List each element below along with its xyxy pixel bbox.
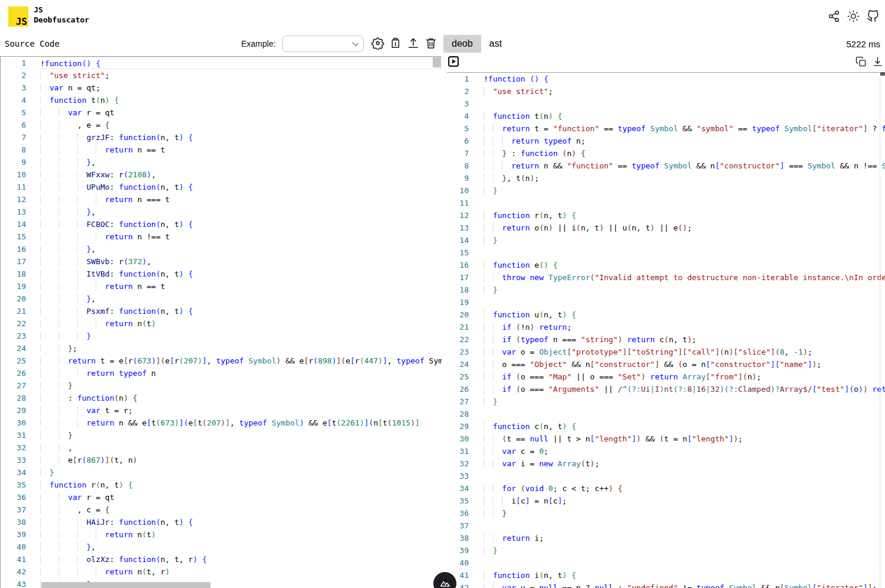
code-line[interactable]: } (40, 379, 442, 392)
code-line[interactable]: } (40, 466, 442, 479)
code-line[interactable]: var o = Object["prototype"]["toString"][… (484, 346, 885, 358)
code-line[interactable]: return n && "function" == typeof Symbol … (484, 160, 885, 172)
code-line[interactable]: var i = new Array(t); (484, 457, 885, 470)
code-line[interactable]: UPuMo: function(n, t) { (40, 181, 442, 193)
code-line[interactable]: "use strict"; (484, 85, 885, 98)
code-line[interactable]: Psxmf: function(n, t) { (40, 305, 442, 317)
code-line[interactable]: var c = 0; (484, 445, 885, 457)
code-line[interactable]: olzXz: function(n, t, r) { (40, 553, 442, 566)
code-line[interactable]: function c(n, t) { (484, 420, 885, 433)
code-line[interactable]: } (484, 184, 885, 197)
code-line[interactable]: if (o === "Arguments" || /^(?:Ui|I)nt(?:… (484, 383, 885, 395)
code-line[interactable]: return t = "function" == typeof Symbol &… (484, 122, 885, 135)
code-line[interactable]: return n(t, r) (40, 566, 442, 578)
code-line[interactable]: : function(n) { (40, 392, 442, 404)
output-code-area[interactable]: !function () { "use strict"; function t(… (469, 73, 885, 588)
code-line[interactable]: if (!n) return; (484, 321, 885, 333)
output-editor[interactable]: 1234567891011121314151617181920212223242… (447, 72, 885, 588)
code-line[interactable]: "use strict"; (40, 69, 442, 82)
code-line[interactable] (484, 197, 885, 209)
code-line[interactable] (484, 408, 885, 420)
code-line[interactable]: ItVBd: function(n, t) { (40, 268, 442, 280)
code-line[interactable]: } (484, 234, 885, 246)
code-line[interactable]: } (484, 507, 885, 519)
code-line[interactable]: , e = { (40, 119, 442, 131)
code-line[interactable]: }, (40, 156, 442, 168)
code-line[interactable]: } (40, 429, 442, 441)
settings-gear-icon[interactable] (371, 37, 384, 50)
code-line[interactable]: return i; (484, 532, 885, 544)
code-line[interactable]: function t(n) { (40, 94, 442, 106)
code-line[interactable]: if (typeof n === "string") return c(n, t… (484, 333, 885, 346)
code-line[interactable]: for (void 0; c < t; c++) { (484, 482, 885, 495)
code-line[interactable]: }, (40, 293, 442, 305)
code-line[interactable]: var r = qt (40, 106, 442, 119)
code-line[interactable]: return n == t (40, 280, 442, 293)
code-line[interactable]: , (40, 441, 442, 454)
code-line[interactable]: var u = null == n ? null : "undefined" !… (484, 581, 885, 588)
github-icon[interactable] (867, 10, 879, 22)
trash-icon[interactable] (424, 37, 437, 50)
tab-deob[interactable]: deob (443, 35, 481, 53)
theme-sun-icon[interactable] (847, 10, 860, 22)
code-line[interactable] (484, 519, 885, 532)
code-line[interactable]: }, t(n); (484, 172, 885, 184)
tab-ast[interactable]: ast (481, 35, 510, 53)
code-line[interactable]: o === "Object" && n["constructor"] && (o… (484, 358, 885, 371)
code-line[interactable]: return o(n) || i(n, t) || u(n, t) || e()… (484, 222, 885, 234)
code-line[interactable]: } (40, 330, 442, 342)
code-line[interactable]: return n !== t (40, 230, 442, 243)
code-line[interactable]: !function () { (484, 73, 885, 85)
download-icon[interactable] (872, 56, 883, 67)
code-line[interactable]: function t(n) { (484, 110, 885, 122)
code-line[interactable]: } (484, 544, 885, 557)
code-line[interactable]: return n(t) (40, 528, 442, 541)
code-line[interactable]: return n == t (40, 144, 442, 156)
code-line[interactable]: , c = { (40, 503, 442, 516)
code-line[interactable]: i[c] = n[c]; (484, 495, 885, 507)
code-line[interactable] (484, 98, 885, 110)
code-line[interactable]: function r(n, t) { (484, 209, 885, 222)
code-line[interactable]: HAiJr: function(n, t) { (40, 516, 442, 528)
code-line[interactable]: return n === t (40, 193, 442, 206)
code-line[interactable]: }; (40, 342, 442, 355)
source-code-area[interactable]: !function() { "use strict"; var n = qt; … (26, 57, 442, 588)
code-line[interactable]: }, (40, 243, 442, 255)
code-line[interactable]: (t == null || t > n["length"]) && (t = n… (484, 433, 885, 445)
source-editor[interactable]: 1234567891011121314151617181920212223242… (0, 56, 442, 588)
code-line[interactable]: function i(n, t) { (484, 569, 885, 581)
code-line[interactable]: return typeof n; (484, 135, 885, 147)
code-line[interactable] (484, 470, 885, 482)
code-line[interactable] (484, 557, 885, 569)
code-line[interactable]: function r(n, t) { (40, 479, 442, 491)
code-line[interactable]: function e() { (484, 259, 885, 271)
code-line[interactable]: } (484, 395, 885, 408)
output-scrollbar-track[interactable] (880, 72, 880, 588)
run-button[interactable] (448, 56, 459, 67)
code-line[interactable]: return n && e[t(673)](e[t(207)], typeof … (40, 417, 442, 429)
code-line[interactable]: FCBOC: function(n, t) { (40, 218, 442, 230)
code-line[interactable]: var r = qt (40, 491, 442, 503)
code-line[interactable]: grzJF: function(n, t) { (40, 131, 442, 144)
code-line[interactable]: return t = e[r(673)](e[r(207)], typeof S… (40, 355, 442, 367)
source-horizontal-scrollbar[interactable] (41, 582, 210, 588)
code-line[interactable]: } (484, 284, 885, 296)
code-line[interactable]: } : function (n) { (484, 147, 885, 160)
code-line[interactable]: }, (40, 541, 442, 553)
share-icon[interactable] (828, 10, 840, 22)
paste-icon[interactable] (389, 37, 402, 50)
code-line[interactable] (484, 296, 885, 308)
code-line[interactable]: SWBvb: r(372), (40, 255, 442, 268)
code-line[interactable]: var t = r; (40, 404, 442, 417)
code-line[interactable]: return typeof n (40, 367, 442, 379)
code-line[interactable]: var n = qt; (40, 82, 442, 94)
output-vertical-scrollbar[interactable] (880, 72, 885, 76)
code-line[interactable]: e[r(867)](t, n) (40, 454, 442, 466)
upload-icon[interactable] (407, 37, 420, 50)
code-line[interactable] (484, 246, 885, 259)
copy-icon[interactable] (855, 56, 867, 67)
code-line[interactable]: }, (40, 206, 442, 218)
code-line[interactable]: WFxxw: r(2108), (40, 168, 442, 181)
code-line[interactable]: !function() { (40, 57, 442, 69)
code-line[interactable]: throw new TypeError("Invalid attempt to … (484, 271, 885, 284)
